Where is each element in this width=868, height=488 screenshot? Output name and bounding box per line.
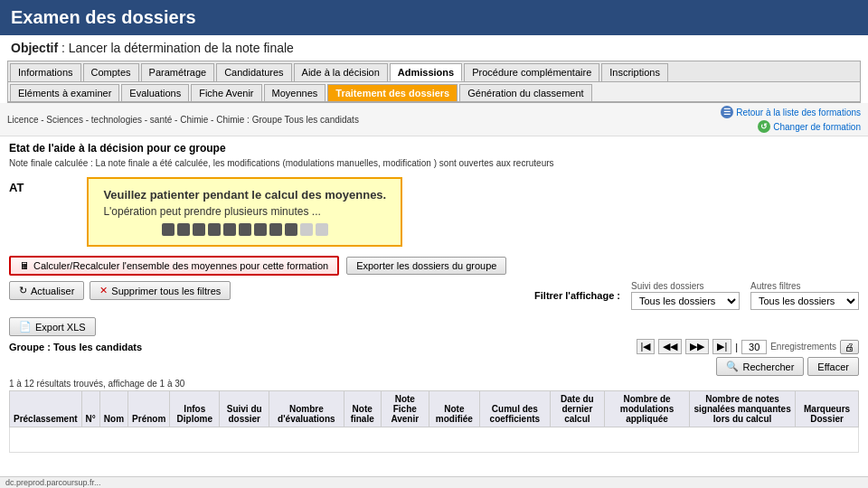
col-cumul[interactable]: Cumul des coefficients [479,391,550,427]
col-nb-notes-signalees[interactable]: Nombre de notes signalées manquantes lor… [690,391,796,427]
col-numero[interactable]: N° [81,391,99,427]
first-page-button[interactable]: |◀ [637,339,656,354]
search-row: 🔍 Rechercher Effacer [9,357,859,376]
col-suivi[interactable]: Suivi du dossier [220,391,269,427]
table-container: Préclassement N° Nom Prénom Infos Diplom… [9,390,859,453]
table-row-empty [10,427,859,453]
export-xls-button[interactable]: 📄 Export XLS [9,317,96,336]
tab-aide-decision[interactable]: Aide à la décision [294,63,388,81]
last-page-button[interactable]: ▶| [712,339,731,354]
dot-11 [316,223,328,236]
page-size-input[interactable] [741,340,767,354]
prev-page-button[interactable]: ◀◀ [658,339,682,354]
main-content: Etat de l'aide à la décision pour ce gro… [0,136,868,458]
nav-tabs-container: Informations Comptes Paramétrage Candida… [7,61,861,103]
subtab-moyennes[interactable]: Moyennes [264,84,326,101]
tab-parametrage[interactable]: Paramétrage [141,63,215,81]
effacer-label: Effacer [817,361,849,372]
dot-3 [193,223,205,236]
dot-4 [208,223,221,236]
breadcrumb-actions: ☰ Retour à la liste des formations ↺ Cha… [721,106,861,133]
dot-5 [223,223,236,236]
search-icon: 🔍 [726,361,739,372]
col-prenom[interactable]: Prénom [128,391,170,427]
status-bar: dc.preprod.parcoursup.fr... [0,476,868,488]
calculer-button[interactable]: 🖩 Calculer/Recalculer l'ensemble des moy… [9,256,339,276]
col-nom[interactable]: Nom [99,391,127,427]
actualiser-button[interactable]: ↻ Actualiser [9,281,84,300]
objective-label: Objectif [11,41,58,55]
filter-label: Filtrer l'affichage : [534,290,620,301]
nav-tabs: Informations Comptes Paramétrage Candida… [8,61,860,82]
retour-formations-label: Retour à la liste des formations [736,108,861,117]
col-preclassement[interactable]: Préclassement [10,391,82,427]
autres-label: Autres filtres [750,281,859,291]
tooltip-subtitle: L'opération peut prendre plusieurs minut… [103,205,386,218]
tooltip-title: Veuillez patienter pendant le calcul des… [103,188,386,202]
col-nb-modulations[interactable]: Nombre de modulations appliquée [604,391,689,427]
enreg-label: Enregistrements [770,342,836,352]
suivi-filter-group: Suivi des dossiers Tous les dossiers [631,281,740,310]
col-date-calcul[interactable]: Date du dernier calcul [550,391,604,427]
dot-10 [300,223,313,236]
subtab-traitement[interactable]: Traitement des dossiers [327,84,458,101]
rechercher-button[interactable]: 🔍 Rechercher [716,357,804,376]
print-icon: 🖨 [844,342,854,352]
empty-row [10,427,859,453]
supprimer-filtres-button[interactable]: ✕ Supprimer tous les filtres [90,281,231,300]
changer-formation-label: Changer de formation [773,122,861,132]
data-table: Préclassement N° Nom Prénom Infos Diplom… [9,390,859,453]
col-note-modifiee[interactable]: Note modifiée [429,391,479,427]
exporter-label: Exporter les dossiers du groupe [356,260,496,271]
subtab-evaluations[interactable]: Evaluations [121,84,189,101]
print-button[interactable]: 🖨 [840,340,859,354]
col-nb-evaluations[interactable]: Nombre d'évaluations [269,391,344,427]
tab-candidatures[interactable]: Candidatures [216,63,291,81]
section-title: Etat de l'aide à la décision pour ce gro… [9,142,859,155]
effacer-button[interactable]: Effacer [807,357,859,376]
subtab-elements[interactable]: Eléments à examiner [10,84,119,101]
tab-informations[interactable]: Informations [10,63,81,81]
col-marqueurs[interactable]: Marqueurs Dossier [796,391,859,427]
results-label: 1 à 12 résultats trouvés, affichage de 1… [9,379,859,389]
col-note-finale[interactable]: Note finale [344,391,381,427]
autres-filter-group: Autres filtres Tous les dossiers [750,281,859,310]
next-page-button[interactable]: ▶▶ [685,339,709,354]
tab-procedure[interactable]: Procédure complémentaire [464,63,599,81]
subtab-fiche-avenir[interactable]: Fiche Avenir [191,84,261,101]
rechercher-label: Rechercher [742,361,794,372]
actualiser-label: Actualiser [31,286,74,296]
export-xls-label: Export XLS [35,322,86,333]
breadcrumb-row: Licence - Sciences - technologies - sant… [0,103,868,136]
exporter-button[interactable]: Exporter les dossiers du groupe [346,257,506,275]
buttons-row: 🖩 Calculer/Recalculer l'ensemble des moy… [9,256,859,276]
suivi-label: Suivi des dossiers [631,281,740,291]
page-header: Examen des dossiers [0,0,868,35]
list-icon: ☰ [721,106,733,118]
autres-select[interactable]: Tous les dossiers [750,292,859,310]
objective-line: Objectif : Lancer la détermination de la… [0,35,868,61]
dot-7 [254,223,267,236]
at-label: AT [9,181,24,194]
note-line: Note finale calculée : La note finale a … [9,158,859,168]
tab-comptes[interactable]: Comptes [83,63,139,81]
status-url: dc.preprod.parcoursup.fr... [5,478,101,487]
tab-inscriptions[interactable]: Inscriptions [601,63,668,81]
delete-icon: ✕ [99,285,108,296]
actualiser-icon: ↻ [19,285,27,296]
objective-text: Lancer la détermination de la note final… [69,41,294,55]
tab-admissions[interactable]: Admissions [390,63,462,81]
tooltip-popup: Veuillez patienter pendant le calcul des… [87,177,402,247]
progress-dots [103,223,386,236]
col-note-fiche[interactable]: Note Fiche Avenir [381,391,429,427]
dot-2 [177,223,190,236]
retour-formations-link[interactable]: ☰ Retour à la liste des formations [721,106,861,118]
changer-formation-link[interactable]: ↺ Changer de formation [758,120,861,133]
breadcrumb: Licence - Sciences - technologies - sant… [7,115,359,125]
subtab-generation[interactable]: Génération du classement [459,84,591,101]
col-infos-diplome[interactable]: Infos Diplome [170,391,220,427]
suivi-select[interactable]: Tous les dossiers [631,292,740,310]
xls-icon: 📄 [19,321,32,333]
calculer-label: Calculer/Recalculer l'ensemble des moyen… [33,260,328,271]
refresh-icon: ↺ [758,120,770,133]
